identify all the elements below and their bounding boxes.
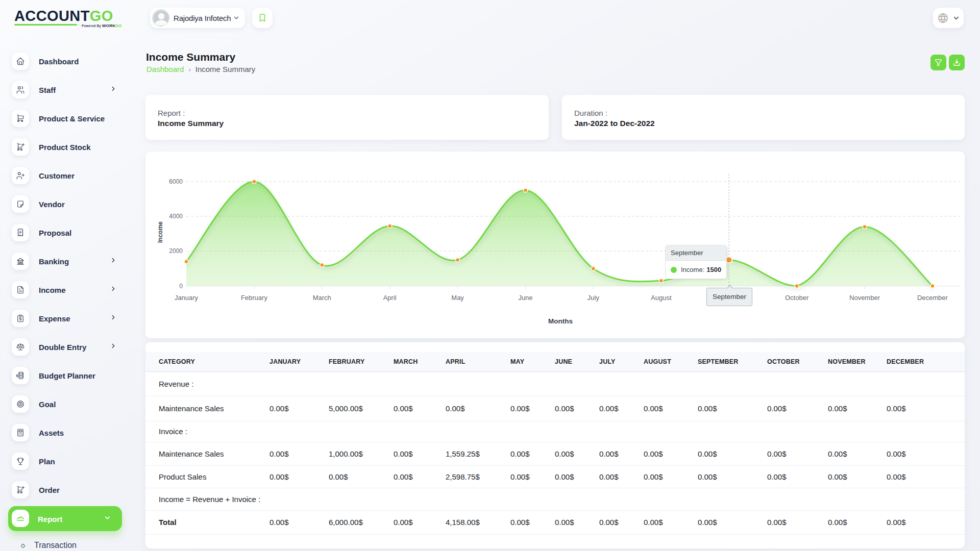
svg-text:Months: Months [548, 317, 573, 325]
svg-text:January: January [175, 294, 199, 302]
svg-text:October: October [785, 294, 809, 302]
svg-text:May: May [451, 294, 464, 302]
svg-text:March: March [313, 294, 331, 302]
svg-text:2000: 2000 [169, 247, 183, 255]
svg-text:June: June [518, 294, 532, 302]
svg-text:November: November [849, 294, 880, 302]
svg-text:February: February [241, 294, 268, 302]
svg-text:August: August [651, 294, 672, 302]
svg-text:0: 0 [179, 283, 183, 290]
svg-text:December: December [917, 294, 948, 302]
svg-text:April: April [383, 294, 397, 302]
svg-text:6000: 6000 [169, 178, 183, 185]
svg-text:4000: 4000 [169, 213, 183, 220]
svg-text:Income: Income [157, 221, 164, 243]
svg-text:July: July [587, 294, 600, 302]
